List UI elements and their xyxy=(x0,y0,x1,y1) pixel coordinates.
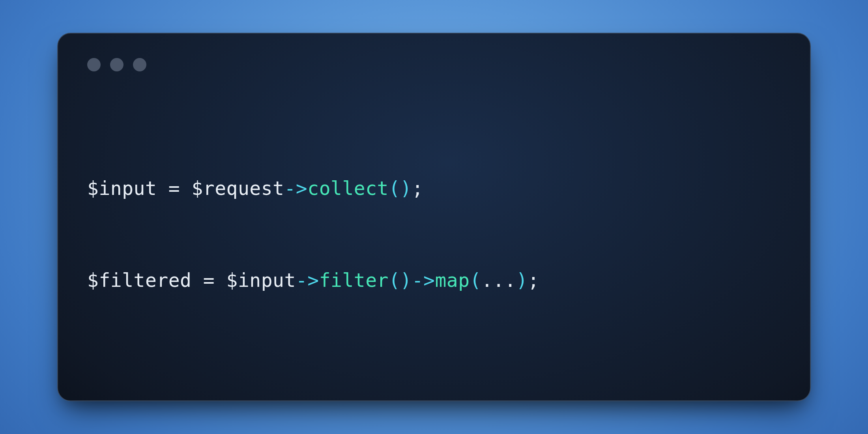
code-block: $input = $request->collect(); $filtered … xyxy=(87,112,781,357)
paren-close: ) xyxy=(516,269,528,291)
arrow-operator: -> xyxy=(284,177,307,199)
variable: $input xyxy=(226,269,296,291)
variable: $request xyxy=(191,177,284,199)
code-line: $filtered = $input->filter()->map(...); xyxy=(87,265,781,296)
window-traffic-lights xyxy=(87,58,781,71)
paren-open: ( xyxy=(389,269,400,291)
method-call: map xyxy=(435,269,470,291)
semicolon: ; xyxy=(412,177,423,199)
arrow-operator: -> xyxy=(296,269,319,291)
space xyxy=(157,177,168,199)
variable: $input xyxy=(87,177,157,199)
traffic-zoom-icon[interactable] xyxy=(133,58,146,71)
arrow-operator: -> xyxy=(412,269,435,291)
traffic-minimize-icon[interactable] xyxy=(110,58,123,71)
assign-operator: = xyxy=(203,269,215,291)
ellipsis: ... xyxy=(481,269,516,291)
space xyxy=(191,269,203,291)
paren-open: ( xyxy=(389,177,400,199)
method-call: filter xyxy=(319,269,389,291)
space xyxy=(215,269,226,291)
traffic-close-icon[interactable] xyxy=(87,58,101,71)
code-editor-window: $input = $request->collect(); $filtered … xyxy=(57,33,811,401)
paren-close: ) xyxy=(400,269,412,291)
space xyxy=(180,177,191,199)
method-call: collect xyxy=(307,177,389,199)
code-line: $input = $request->collect(); xyxy=(87,173,781,204)
paren-close: ) xyxy=(400,177,412,199)
variable: $filtered xyxy=(87,269,191,291)
paren-open: ( xyxy=(470,269,481,291)
semicolon: ; xyxy=(528,269,539,291)
assign-operator: = xyxy=(168,177,180,199)
